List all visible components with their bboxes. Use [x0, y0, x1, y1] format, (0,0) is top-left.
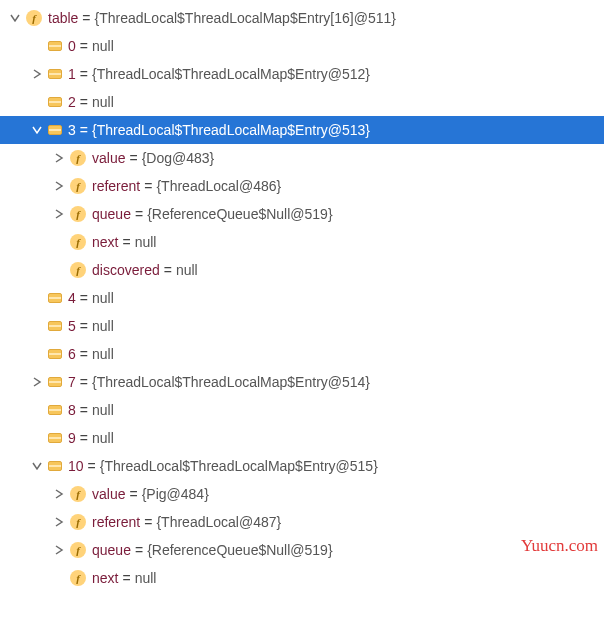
tree-row[interactable]: value={Dog@483} — [0, 144, 604, 172]
field-icon — [26, 10, 42, 26]
equals-sign: = — [76, 402, 92, 418]
tree-row[interactable]: referent={ThreadLocal@486} — [0, 172, 604, 200]
equals-sign: = — [78, 10, 94, 26]
node-value: {Dog@483} — [142, 150, 215, 166]
node-name: table — [48, 10, 78, 26]
equals-sign: = — [76, 94, 92, 110]
toggle-down-icon[interactable] — [26, 125, 48, 135]
node-name: discovered — [92, 262, 160, 278]
field-icon — [70, 150, 86, 166]
equals-sign: = — [76, 346, 92, 362]
equals-sign: = — [118, 570, 134, 586]
node-name: queue — [92, 542, 131, 558]
node-name: 10 — [68, 458, 84, 474]
tree-row[interactable]: 3={ThreadLocal$ThreadLocalMap$Entry@513} — [0, 116, 604, 144]
tree-row[interactable]: 7={ThreadLocal$ThreadLocalMap$Entry@514} — [0, 368, 604, 396]
equals-sign: = — [76, 318, 92, 334]
field-icon — [70, 178, 86, 194]
node-name: 5 — [68, 318, 76, 334]
node-name: next — [92, 570, 118, 586]
toggle-right-icon[interactable] — [48, 517, 70, 527]
array-slot-icon — [48, 321, 62, 331]
tree-row[interactable]: 4=null — [0, 284, 604, 312]
node-name: 8 — [68, 402, 76, 418]
field-icon — [70, 206, 86, 222]
field-icon — [70, 570, 86, 586]
toggle-down-icon[interactable] — [26, 461, 48, 471]
equals-sign: = — [84, 458, 100, 474]
toggle-right-icon[interactable] — [48, 209, 70, 219]
node-value: {ReferenceQueue$Null@519} — [147, 206, 332, 222]
tree-row[interactable]: 2=null — [0, 88, 604, 116]
toggle-down-icon[interactable] — [4, 13, 26, 23]
tree-row[interactable]: discovered=null — [0, 256, 604, 284]
node-value: {ThreadLocal$ThreadLocalMap$Entry@512} — [92, 66, 370, 82]
node-value: null — [92, 38, 114, 54]
array-slot-icon — [48, 125, 62, 135]
tree-row[interactable]: referent={ThreadLocal@487} — [0, 508, 604, 536]
array-slot-icon — [48, 293, 62, 303]
equals-sign: = — [160, 262, 176, 278]
tree-row[interactable]: next=null — [0, 564, 604, 592]
equals-sign: = — [76, 430, 92, 446]
equals-sign: = — [131, 206, 147, 222]
node-value: {Pig@484} — [142, 486, 209, 502]
equals-sign: = — [140, 178, 156, 194]
node-name: 4 — [68, 290, 76, 306]
tree-row[interactable]: 8=null — [0, 396, 604, 424]
toggle-right-icon[interactable] — [48, 545, 70, 555]
tree-row[interactable]: table={ThreadLocal$ThreadLocalMap$Entry[… — [0, 4, 604, 32]
node-value: null — [92, 290, 114, 306]
node-name: value — [92, 486, 125, 502]
tree-row[interactable]: 5=null — [0, 312, 604, 340]
field-icon — [70, 234, 86, 250]
tree-row[interactable]: next=null — [0, 228, 604, 256]
array-slot-icon — [48, 433, 62, 443]
array-slot-icon — [48, 41, 62, 51]
node-name: 9 — [68, 430, 76, 446]
tree-row[interactable]: 10={ThreadLocal$ThreadLocalMap$Entry@515… — [0, 452, 604, 480]
tree-row[interactable]: queue={ReferenceQueue$Null@519} — [0, 536, 604, 564]
node-value: null — [92, 318, 114, 334]
node-name: 0 — [68, 38, 76, 54]
node-name: referent — [92, 178, 140, 194]
node-value: {ThreadLocal$ThreadLocalMap$Entry@514} — [92, 374, 370, 390]
node-value: {ThreadLocal$ThreadLocalMap$Entry[16]@51… — [95, 10, 396, 26]
tree-row[interactable]: 0=null — [0, 32, 604, 60]
equals-sign: = — [76, 66, 92, 82]
equals-sign: = — [76, 38, 92, 54]
equals-sign: = — [76, 290, 92, 306]
tree-row[interactable]: 6=null — [0, 340, 604, 368]
equals-sign: = — [140, 514, 156, 530]
node-name: 1 — [68, 66, 76, 82]
field-icon — [70, 514, 86, 530]
array-slot-icon — [48, 461, 62, 471]
node-name: 3 — [68, 122, 76, 138]
array-slot-icon — [48, 377, 62, 387]
equals-sign: = — [76, 374, 92, 390]
node-value: null — [92, 94, 114, 110]
node-value: {ThreadLocal$ThreadLocalMap$Entry@515} — [100, 458, 378, 474]
node-name: 7 — [68, 374, 76, 390]
field-icon — [70, 262, 86, 278]
node-value: {ReferenceQueue$Null@519} — [147, 542, 332, 558]
toggle-right-icon[interactable] — [48, 153, 70, 163]
node-name: referent — [92, 514, 140, 530]
node-name: queue — [92, 206, 131, 222]
node-value: null — [92, 430, 114, 446]
array-slot-icon — [48, 97, 62, 107]
equals-sign: = — [76, 122, 92, 138]
toggle-right-icon[interactable] — [48, 489, 70, 499]
equals-sign: = — [125, 486, 141, 502]
node-value: null — [135, 234, 157, 250]
equals-sign: = — [131, 542, 147, 558]
tree-row[interactable]: 1={ThreadLocal$ThreadLocalMap$Entry@512} — [0, 60, 604, 88]
tree-row[interactable]: value={Pig@484} — [0, 480, 604, 508]
toggle-right-icon[interactable] — [26, 377, 48, 387]
toggle-right-icon[interactable] — [48, 181, 70, 191]
toggle-right-icon[interactable] — [26, 69, 48, 79]
node-value: {ThreadLocal$ThreadLocalMap$Entry@513} — [92, 122, 370, 138]
tree-row[interactable]: queue={ReferenceQueue$Null@519} — [0, 200, 604, 228]
field-icon — [70, 542, 86, 558]
tree-row[interactable]: 9=null — [0, 424, 604, 452]
